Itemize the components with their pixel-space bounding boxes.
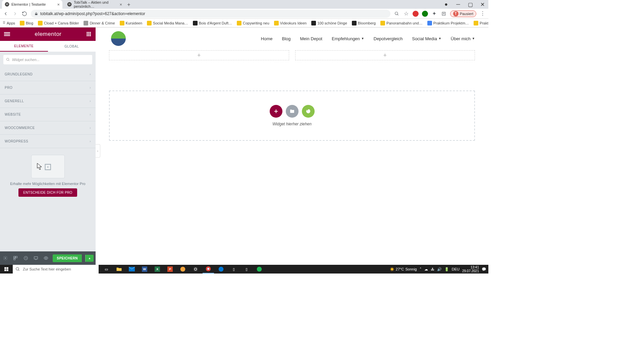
- bookmarks-bar: ⠿Apps Blog Cload + Canva Bilder Dinner &…: [0, 19, 488, 27]
- maximize-icon[interactable]: ▢: [464, 0, 476, 9]
- widget-search-input[interactable]: Widget suchen...: [3, 55, 92, 64]
- powerpoint-icon[interactable]: P: [164, 265, 176, 274]
- reading-list-icon[interactable]: [441, 11, 447, 17]
- nav-item[interactable]: Mein Depot: [300, 36, 322, 41]
- tray-chevron-icon[interactable]: ˄: [420, 267, 422, 272]
- category-item[interactable]: WEBSITE›: [0, 108, 96, 121]
- network-icon[interactable]: 🖧: [431, 267, 434, 271]
- new-tab-button[interactable]: +: [125, 1, 133, 9]
- word-icon[interactable]: W: [139, 265, 150, 274]
- pro-cta-button[interactable]: ENTSCHEIDE DICH FÜR PRO: [18, 188, 77, 197]
- tab-elements[interactable]: ELEMENTE: [0, 41, 48, 52]
- app-icon[interactable]: ▯: [241, 265, 252, 274]
- apps-grid-icon[interactable]: [86, 32, 92, 37]
- taskbar-search-input[interactable]: Zur Suche Text hier eingeben: [13, 265, 99, 274]
- add-section-button[interactable]: [270, 105, 282, 118]
- nav-item[interactable]: Empfehlungen▼: [332, 36, 364, 41]
- category-item[interactable]: GRUNDLEGEND›: [0, 68, 96, 81]
- volume-icon[interactable]: 🔊: [437, 267, 442, 272]
- edge-icon[interactable]: [215, 265, 227, 274]
- windows-taskbar: Zur Suche Text hier eingeben ▭ W X P ▯ ▯…: [0, 265, 488, 274]
- tab-global[interactable]: GLOBAL: [48, 41, 96, 52]
- mail-icon[interactable]: [126, 265, 138, 274]
- clock[interactable]: 13:41 29.07.2021: [462, 265, 479, 273]
- profile-paused[interactable]: T Pausiert: [450, 10, 476, 17]
- start-button[interactable]: [0, 265, 13, 274]
- bookmark-item[interactable]: Cload + Canva Bilder: [38, 21, 79, 25]
- svg-point-29: [45, 257, 47, 259]
- date: 29.07.2021: [462, 269, 479, 273]
- history-icon[interactable]: [22, 254, 29, 262]
- save-button[interactable]: SPEICHERN: [53, 254, 82, 262]
- svg-rect-9: [4, 32, 10, 33]
- onedrive-icon[interactable]: ☁: [424, 267, 428, 272]
- menu-icon[interactable]: ⋮: [480, 11, 486, 17]
- responsive-icon[interactable]: [33, 254, 39, 262]
- bookmark-item[interactable]: Bois d'Argent Duft…: [193, 21, 232, 25]
- nav-item[interactable]: Depotvergleich: [374, 36, 403, 41]
- category-item[interactable]: GENERELL›: [0, 95, 96, 108]
- site-logo-avatar[interactable]: [111, 31, 126, 46]
- spotify-icon[interactable]: [254, 265, 265, 274]
- empty-column[interactable]: +: [295, 50, 475, 60]
- category-item[interactable]: WORDPRESS›: [0, 135, 96, 148]
- envato-button[interactable]: [302, 105, 315, 118]
- template-library-button[interactable]: [286, 105, 299, 118]
- category-item[interactable]: PRO›: [0, 81, 96, 95]
- nav-item[interactable]: Blog: [282, 36, 290, 41]
- nav-item[interactable]: Über mich▼: [451, 36, 475, 41]
- close-icon[interactable]: ×: [119, 2, 122, 7]
- navigator-icon[interactable]: [12, 254, 19, 262]
- browser-tab[interactable]: W TobiTalk – Aktien und persönlich… ×: [64, 0, 125, 9]
- nav-item[interactable]: Home: [261, 36, 273, 41]
- battery-icon[interactable]: 🔋: [444, 267, 449, 272]
- explorer-icon[interactable]: [113, 265, 125, 274]
- new-section-dropzone[interactable]: Widget hierher ziehen: [109, 90, 475, 141]
- language-indicator[interactable]: DEU: [452, 267, 460, 271]
- zoom-icon[interactable]: [394, 11, 400, 17]
- site-header: Home Blog Mein Depot Empfehlungen▼ Depot…: [109, 27, 475, 48]
- bookmark-item[interactable]: Blog: [20, 21, 33, 25]
- wordpress-icon: W: [67, 2, 72, 7]
- chrome-icon[interactable]: [203, 265, 214, 274]
- extensions-icon[interactable]: ✦: [431, 11, 437, 17]
- bookmark-item[interactable]: Copywriting neu: [237, 21, 269, 25]
- bookmark-item[interactable]: Praktikum Projektm…: [427, 21, 469, 25]
- nav-item[interactable]: Social Media▼: [412, 36, 441, 41]
- url-input[interactable]: tobitalk.at/wp-admin/post.php?post=627&a…: [31, 10, 390, 18]
- reload-icon[interactable]: [21, 11, 28, 17]
- bookmark-item[interactable]: 100 schöne Dinge: [311, 21, 347, 25]
- bookmark-item[interactable]: Panoramabahn und…: [380, 21, 423, 25]
- excel-icon[interactable]: X: [152, 265, 163, 274]
- browser-tab-active[interactable]: W Elementor | Testseite ×: [2, 0, 62, 9]
- bookmark-item[interactable]: Social Media Mana…: [147, 21, 188, 25]
- empty-column[interactable]: +: [109, 50, 289, 60]
- forward-icon[interactable]: [12, 11, 18, 17]
- bookmark-item[interactable]: Bloomberg: [352, 21, 376, 25]
- preview-icon[interactable]: [43, 254, 49, 262]
- collapse-panel-button[interactable]: ‹: [96, 144, 100, 158]
- app-icon[interactable]: [177, 265, 189, 274]
- bookmark-item[interactable]: Videokurs Ideen: [274, 21, 307, 25]
- update-dot-icon[interactable]: ●: [440, 0, 452, 9]
- bookmark-item[interactable]: Praktikum WU: [474, 21, 488, 25]
- apps-button[interactable]: ⠿Apps: [3, 21, 15, 25]
- category-item[interactable]: WOOCOMMERCE›: [0, 121, 96, 135]
- hamburger-icon[interactable]: [4, 31, 10, 37]
- back-icon[interactable]: [3, 11, 9, 17]
- minimize-icon[interactable]: ─: [452, 0, 464, 9]
- obs-icon[interactable]: [190, 265, 201, 274]
- star-icon[interactable]: ☆: [403, 11, 409, 17]
- extension-icon[interactable]: [422, 11, 428, 17]
- settings-icon[interactable]: [2, 254, 9, 262]
- bookmark-item[interactable]: Dinner & Crime: [84, 21, 115, 25]
- save-options-button[interactable]: ▲: [85, 255, 94, 262]
- close-icon[interactable]: ×: [57, 2, 60, 7]
- weather-widget[interactable]: ☀️ 27°C Sonnig: [390, 267, 417, 272]
- bookmark-item[interactable]: Kursideen: [120, 21, 143, 25]
- task-view-icon[interactable]: ▭: [101, 265, 112, 274]
- app-icon[interactable]: ▯: [228, 265, 239, 274]
- extension-icon[interactable]: [413, 11, 419, 17]
- notifications-icon[interactable]: 💬: [482, 267, 486, 272]
- close-window-icon[interactable]: ✕: [476, 0, 488, 9]
